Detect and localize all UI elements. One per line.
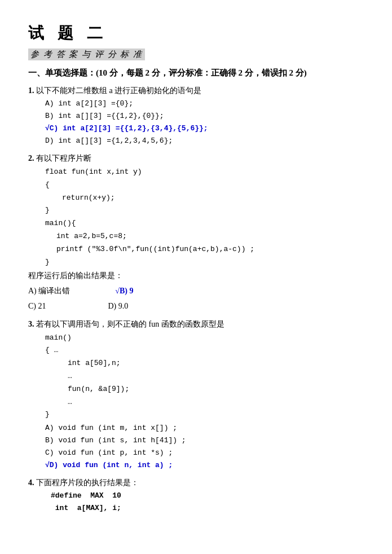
q2-answers2: C) 21 D) 9.0 — [28, 300, 364, 313]
question-1: 1. 以下不能对二维数组 a 进行正确初始化的语句是 A) int a[2][3… — [28, 84, 364, 147]
q2-optA: A) 编译出错 — [28, 284, 70, 298]
q4-num: 4. — [28, 478, 36, 487]
q2-code: float fun(int x,int y) { return(x+y); } … — [28, 166, 364, 268]
q3-num: 3. — [28, 320, 36, 328]
q2-optC: C) 21 — [28, 300, 46, 313]
question-2: 2. 有以下程序片断 float fun(int x,int y) { retu… — [28, 152, 364, 313]
q4-code: #define MAX 10 int a[MAX], i; — [28, 490, 364, 515]
q1-optC: √C) int a[2][3] ={{1,2},{3,4},{5,6}}; — [28, 122, 364, 135]
q4-text: 下面程序片段的执行结果是： — [36, 478, 139, 487]
q3-code: main() { … int a[50],n; … fun(n, &a[9]);… — [28, 332, 364, 421]
q3-optB: B) void fun (int s, int h[41]) ; — [28, 434, 364, 447]
q1-text: 以下不能对二维数组 a 进行正确初始化的语句是 — [36, 86, 201, 95]
q1-optA: A) int a[2][3] ={0}; — [28, 98, 364, 110]
q2-text: 有以下程序片断 — [36, 154, 91, 162]
q1-optD: D) int a[][3] ={1,2,3,4,5,6}; — [28, 135, 364, 147]
q3-optA: A) void fun (int m, int x[]) ; — [28, 422, 364, 434]
q3-optC: C) void fun (int p, int *s) ; — [28, 447, 364, 459]
subtitle-banner: 参 考 答 案 与 评 分 标 准 — [28, 49, 145, 60]
question-3: 3. 若有以下调用语句，则不正确的 fun 函数的函数原型是 main() { … — [28, 318, 364, 472]
q3-optD: √D) void fun (int n, int a) ; — [28, 459, 364, 472]
q1-optB: B) int a[][3] ={{1,2},{0}}; — [28, 110, 364, 122]
q3-text: 若有以下调用语句，则不正确的 fun 函数的函数原型是 — [36, 320, 224, 328]
section1-header: 一、单项选择题：(10 分，每题 2 分，评分标准：正确得 2 分，错误扣 2 … — [28, 66, 364, 80]
q2-answers: A) 编译出错 √B) 9 — [28, 284, 364, 298]
question-4: 4. 下面程序片段的执行结果是： #define MAX 10 int a[MA… — [28, 476, 364, 515]
q2-optB: √B) 9 — [115, 284, 133, 298]
q2-optD: D) 9.0 — [91, 300, 129, 313]
q1-num: 1. — [28, 86, 36, 95]
q2-num: 2. — [28, 154, 36, 162]
page-title: 试 题 二 — [28, 23, 364, 44]
q2-result-text: 程序运行后的输出结果是： — [28, 269, 364, 283]
